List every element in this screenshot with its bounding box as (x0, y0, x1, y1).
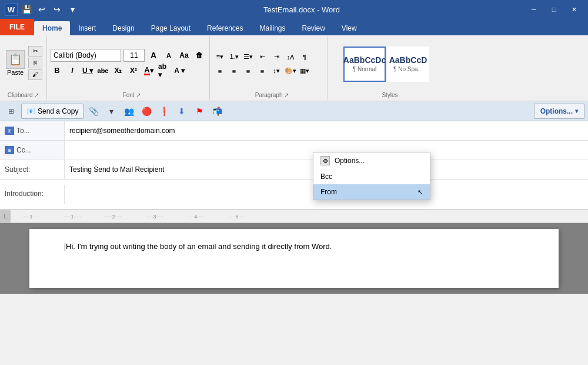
clipboard-content: 📋 Paste ✂ ⎘ 🖌 (4, 38, 43, 98)
tab-home[interactable]: Home (34, 21, 70, 35)
attachment-button[interactable]: 📎 (86, 104, 101, 119)
word-icon: W (5, 3, 18, 16)
ruler: L ·····1····· ·····1····· ·····2····· ··… (0, 210, 588, 223)
options-dropdown-arrow: ▾ (575, 108, 578, 114)
shading-para-button[interactable]: 🎨▾ (284, 65, 297, 77)
copy-button[interactable]: ⎘ (28, 58, 42, 68)
tab-mailings[interactable]: Mailings (251, 21, 293, 35)
align-right-button[interactable]: ≡ (242, 65, 255, 77)
show-paragraph-button[interactable]: ¶ (298, 51, 311, 63)
tab-insert[interactable]: Insert (70, 21, 104, 35)
format-painter-button[interactable]: 🖌 (28, 69, 42, 80)
increase-font-button[interactable]: A (147, 49, 160, 62)
ribbon-group-paragraph: ≡▾ 1.▾ ☰▾ ⇤ ⇥ ↕A ¶ ≡ ≡ ≡ ≡ ↕▾ 🎨▾ ▦▾ Para… (210, 36, 328, 99)
font-size-input[interactable] (123, 49, 145, 62)
bullet-list-button[interactable]: ≡▾ (213, 51, 226, 63)
tab-page-layout[interactable]: Page Layout (143, 21, 199, 35)
tab-file[interactable]: FILE (0, 19, 34, 35)
numbered-list-button[interactable]: 1.▾ (228, 51, 240, 63)
cut-button[interactable]: ✂ (28, 46, 42, 57)
subscript-button[interactable]: X₂ (112, 64, 125, 77)
italic-button[interactable]: I (66, 64, 79, 77)
undo-icon[interactable]: ↩ (35, 3, 48, 16)
styles-group-label: Styles (331, 92, 449, 98)
shading-button[interactable]: A ▾ (173, 64, 186, 77)
style-no-spacing-preview: AaBbCcD (389, 55, 427, 65)
style-no-spacing[interactable]: AaBbCcD ¶ No Spa... (387, 47, 429, 82)
sort-button[interactable]: ↕A (284, 51, 297, 63)
line-spacing-button[interactable]: ↕▾ (270, 65, 283, 77)
font-color-button[interactable]: A ▾ (142, 64, 155, 77)
dropdown-item-bcc[interactable]: Bcc (313, 169, 430, 184)
flag-exclamation[interactable]: ❗ (156, 104, 172, 119)
paragraph-content: ≡▾ 1.▾ ☰▾ ⇤ ⇥ ↕A ¶ ≡ ≡ ≡ ≡ ↕▾ 🎨▾ ▦▾ (213, 38, 323, 98)
clipboard-group-label: Clipboard ↗ (0, 92, 46, 98)
minimize-button[interactable]: ─ (524, 4, 543, 15)
clipboard-top: 📋 Paste ✂ ⎘ 🖌 (4, 46, 43, 82)
options-dropdown-button[interactable]: Options... ▾ (534, 104, 584, 119)
window-controls: ─ □ ✕ (524, 4, 583, 15)
clear-formatting-button[interactable]: 🗑 (193, 49, 206, 62)
options-label: Options... (540, 107, 573, 115)
contacts-button[interactable]: 👥 (121, 104, 136, 119)
ribbon-group-font: A A Aa 🗑 B I U ▾ abc X₂ X² A ▾ ab ▾ A ▾ … (47, 36, 210, 99)
clipboard-mini-buttons: ✂ ⎘ 🖌 (28, 46, 42, 80)
styles-box: AaBbCcDc ¶ Normal AaBbCcD ¶ No Spa... (343, 47, 429, 82)
to-input[interactable] (65, 123, 588, 138)
save-icon[interactable]: 💾 (20, 3, 33, 16)
justify-button[interactable]: ≡ (256, 65, 269, 77)
font-row1: A A Aa 🗑 (51, 49, 206, 62)
to-row: ⊞ To... (0, 121, 588, 141)
ruler-mark-1: ·····1····· (22, 214, 40, 220)
tab-references[interactable]: References (199, 21, 251, 35)
superscript-button[interactable]: X² (127, 64, 140, 77)
subject-label: Subject: (0, 160, 65, 179)
increase-indent-button[interactable]: ⇥ (270, 51, 283, 63)
paste-button[interactable]: 📋 Paste (4, 49, 27, 77)
dropdown-from-label: From (320, 188, 337, 196)
font-group-label: Font ↗ (51, 92, 213, 98)
options-dropdown-menu: ⚙ Options... Bcc From ↖ (313, 152, 430, 200)
email-grid-icon: ⊞ (4, 104, 19, 119)
document-page[interactable]: Hi. I'm trying out writing the body of a… (29, 229, 559, 288)
strikethrough-button[interactable]: abc (96, 64, 109, 77)
ribbon-group-styles: AaBbCcDc ¶ Normal AaBbCcD ¶ No Spa... St… (328, 36, 445, 99)
flag-button[interactable]: ⚑ (192, 104, 207, 119)
underline-button[interactable]: U ▾ (81, 64, 94, 77)
style-normal[interactable]: AaBbCcDc ¶ Normal (343, 47, 386, 82)
send-copy-button[interactable]: 📧 Send a Copy (21, 104, 83, 119)
ruler-mark-2: ·····1····· (64, 214, 81, 220)
paragraph-group-label: Paragraph ↗ (213, 92, 330, 98)
decrease-indent-button[interactable]: ⇤ (256, 51, 269, 63)
titlebar-left-icons: W 💾 ↩ ↪ ▾ (5, 3, 79, 16)
window-title: TestEmail.docx - Word (79, 5, 524, 14)
flag-red-button[interactable]: 🔴 (139, 104, 154, 119)
highlight-button[interactable]: ab ▾ (158, 64, 171, 77)
align-left-button[interactable]: ≡ (213, 65, 226, 77)
dropdown-item-options[interactable]: ⚙ Options... (313, 152, 430, 169)
arrow-down-button[interactable]: ⬇ (174, 104, 189, 119)
bold-button[interactable]: B (51, 64, 64, 77)
tab-view[interactable]: View (333, 21, 365, 35)
close-button[interactable]: ✕ (564, 4, 583, 15)
multilevel-list-button[interactable]: ☰▾ (242, 51, 255, 63)
text-cursor (65, 243, 65, 251)
style-normal-preview: AaBbCcDc (343, 55, 386, 65)
maximize-button[interactable]: □ (544, 4, 563, 15)
dropdown-item-from[interactable]: From ↖ (313, 184, 430, 200)
align-center-button[interactable]: ≡ (228, 65, 240, 77)
styles-content: AaBbCcDc ¶ Normal AaBbCcD ¶ No Spa... (331, 38, 442, 98)
change-case-button[interactable]: Aa (178, 49, 191, 62)
font-name-input[interactable] (51, 49, 121, 62)
customize-icon[interactable]: ▾ (66, 3, 79, 16)
ruler-l-indicator: L (0, 210, 11, 223)
tab-review[interactable]: Review (294, 21, 333, 35)
dropdown-bcc-label: Bcc (320, 172, 332, 181)
decrease-font-button[interactable]: A (162, 49, 175, 62)
borders-button[interactable]: ▦▾ (298, 65, 311, 77)
tab-design[interactable]: Design (104, 21, 142, 35)
to-icon: ⊞ (5, 127, 14, 135)
redo-icon[interactable]: ↪ (51, 3, 64, 16)
attachment-dropdown[interactable]: ▾ (103, 104, 119, 119)
envelope-button[interactable]: 📬 (209, 104, 225, 119)
